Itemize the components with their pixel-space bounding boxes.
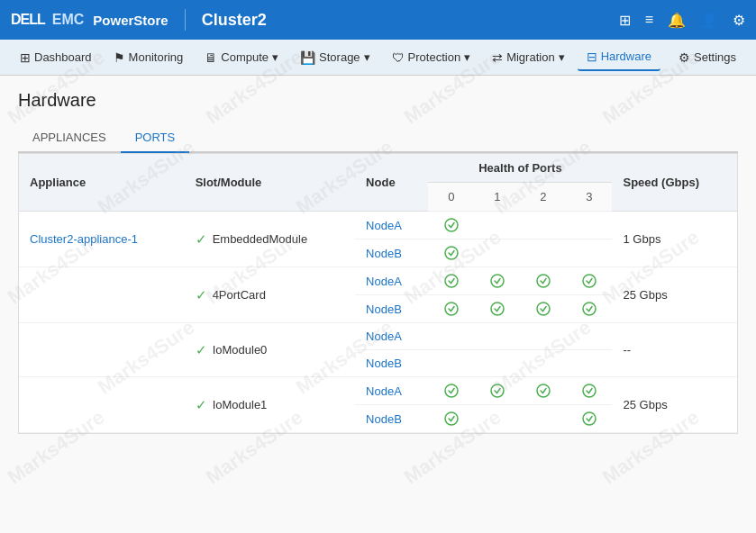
col-health-of-ports: Health of Ports bbox=[428, 154, 612, 183]
module-ok-icon: ✓ bbox=[196, 397, 207, 413]
user-icon[interactable]: 👤 bbox=[700, 12, 718, 29]
module-cell: ✓IoModule1 bbox=[196, 397, 344, 413]
health-col-3 bbox=[566, 267, 612, 295]
health-col-1 bbox=[474, 377, 520, 405]
svg-point-14 bbox=[445, 412, 458, 425]
health-col-0 bbox=[428, 377, 474, 405]
health-col-0 bbox=[428, 405, 474, 433]
appliance-link[interactable]: Cluster2-appliance-1 bbox=[30, 232, 138, 246]
table-row: Cluster2-appliance-1✓EmbeddedModuleNodeA… bbox=[19, 212, 737, 239]
node-link[interactable]: NodeB bbox=[366, 303, 402, 316]
tab-ports[interactable]: PORTS bbox=[121, 123, 190, 153]
health-ok-icon bbox=[531, 384, 555, 398]
node-link[interactable]: NodeA bbox=[366, 219, 402, 232]
nav-storage[interactable]: 💾 Storage ▾ bbox=[291, 45, 379, 70]
health-ok-icon bbox=[439, 302, 463, 316]
health-col-1 bbox=[474, 323, 520, 350]
nav-migration[interactable]: ⇄ Migration ▾ bbox=[483, 45, 573, 70]
nav-dashboard-label: Dashboard bbox=[34, 50, 92, 64]
nav-migration-label: Migration bbox=[506, 50, 554, 64]
module-ok-icon: ✓ bbox=[196, 287, 207, 303]
health-col-0 bbox=[428, 239, 474, 267]
page-title: Hardware bbox=[18, 90, 738, 111]
health-col-2 bbox=[520, 377, 566, 405]
topbar-icons: ⊞ ≡ 🔔 👤 ⚙ bbox=[619, 12, 745, 29]
hardware-icon: ⊟ bbox=[587, 50, 597, 64]
brand-divider bbox=[185, 9, 186, 31]
health-ok-icon bbox=[577, 302, 601, 316]
col-node: Node bbox=[355, 154, 428, 212]
health-col-2 bbox=[520, 239, 566, 267]
health-col-3 bbox=[566, 295, 612, 323]
speed-cell: 1 Gbps bbox=[612, 212, 737, 267]
health-col-0 bbox=[428, 212, 474, 239]
health-col-3 bbox=[566, 350, 612, 377]
nav-monitoring-label: Monitoring bbox=[129, 50, 184, 64]
health-col-1 bbox=[474, 295, 520, 323]
health-ok-icon bbox=[439, 411, 463, 426]
health-ok-icon bbox=[439, 246, 463, 260]
emc-label: EMC bbox=[52, 12, 85, 28]
col-speed: Speed (Gbps) bbox=[612, 154, 737, 212]
svg-point-2 bbox=[445, 275, 458, 287]
tab-bar: APPLIANCES PORTS bbox=[18, 123, 738, 153]
health-col-0 bbox=[428, 267, 474, 295]
settings-icon[interactable]: ⚙ bbox=[733, 12, 745, 29]
nav-settings-label: Settings bbox=[694, 50, 736, 64]
secondary-nav: ⊞ Dashboard ⚑ Monitoring 🖥 Compute ▾ 💾 S… bbox=[0, 40, 756, 76]
svg-point-13 bbox=[583, 384, 596, 397]
node-link[interactable]: NodeB bbox=[366, 247, 402, 260]
col-health-0: 0 bbox=[428, 183, 474, 212]
health-col-0 bbox=[428, 323, 474, 350]
node-link[interactable]: NodeB bbox=[366, 412, 402, 426]
node-link[interactable]: NodeA bbox=[366, 275, 402, 288]
module-ok-icon: ✓ bbox=[196, 231, 207, 248]
nav-settings[interactable]: ⚙ Settings bbox=[669, 45, 745, 70]
tab-appliances[interactable]: APPLIANCES bbox=[18, 123, 121, 153]
nav-hardware-label: Hardware bbox=[601, 50, 651, 63]
nav-compute[interactable]: 🖥 Compute ▾ bbox=[196, 45, 287, 70]
health-col-3 bbox=[566, 377, 612, 405]
svg-point-12 bbox=[537, 384, 550, 397]
health-col-3 bbox=[566, 323, 612, 350]
cluster-name: Cluster2 bbox=[202, 11, 267, 30]
health-col-2 bbox=[520, 405, 566, 433]
nav-monitoring[interactable]: ⚑ Monitoring bbox=[105, 45, 193, 70]
health-ok-icon bbox=[531, 274, 555, 288]
health-col-2 bbox=[520, 267, 566, 295]
health-col-1 bbox=[474, 212, 520, 239]
health-ok-icon bbox=[485, 302, 509, 316]
nav-storage-label: Storage bbox=[319, 50, 360, 64]
svg-point-3 bbox=[491, 275, 504, 287]
migration-icon: ⇄ bbox=[492, 50, 503, 65]
health-ok-icon bbox=[485, 274, 509, 288]
health-col-0 bbox=[428, 295, 474, 323]
svg-point-11 bbox=[491, 384, 504, 397]
svg-point-10 bbox=[445, 384, 458, 397]
powerstore-label: PowerStore bbox=[93, 13, 168, 28]
nav-protection[interactable]: 🛡 Protection ▾ bbox=[383, 45, 480, 70]
nav-hardware[interactable]: ⊟ Hardware bbox=[578, 44, 660, 71]
node-link[interactable]: NodeA bbox=[366, 330, 402, 343]
bell-icon[interactable]: 🔔 bbox=[668, 12, 686, 29]
node-link[interactable]: NodeB bbox=[366, 357, 402, 370]
compute-dropdown-icon: ▾ bbox=[272, 50, 278, 64]
speed-cell: -- bbox=[612, 323, 737, 377]
svg-point-15 bbox=[583, 412, 596, 425]
col-appliance: Appliance bbox=[19, 154, 185, 212]
module-cell: ✓EmbeddedModule bbox=[196, 231, 344, 248]
health-col-2 bbox=[520, 323, 566, 350]
nav-compute-label: Compute bbox=[221, 50, 269, 64]
ports-table-container: Appliance Slot/Module Node Health of Por… bbox=[18, 153, 738, 434]
health-col-1 bbox=[474, 350, 520, 377]
speed-cell: 25 Gbps bbox=[612, 267, 737, 323]
apps-icon[interactable]: ⊞ bbox=[619, 12, 631, 29]
dashboard-icon: ⊞ bbox=[20, 50, 31, 65]
svg-point-7 bbox=[491, 303, 504, 315]
nav-dashboard[interactable]: ⊞ Dashboard bbox=[11, 45, 101, 70]
compute-icon: 🖥 bbox=[205, 50, 217, 65]
module-cell: ✓IoModule0 bbox=[196, 342, 344, 358]
menu-icon[interactable]: ≡ bbox=[645, 12, 653, 28]
module-name: IoModule1 bbox=[213, 398, 268, 411]
node-link[interactable]: NodeA bbox=[366, 384, 402, 398]
